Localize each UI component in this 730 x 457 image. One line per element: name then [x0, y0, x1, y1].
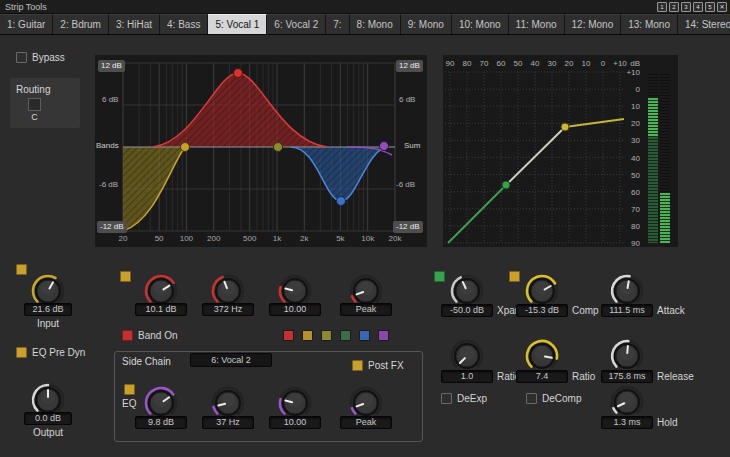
sc-gain-value[interactable]: 9.8 dB	[135, 416, 187, 429]
comp-input-tick: 70	[480, 59, 489, 68]
eq-minus6-label-left: -6 dB	[99, 180, 118, 189]
comp-value[interactable]: -15.3 dB	[516, 304, 568, 317]
eq-q-value[interactable]: 10.00	[269, 303, 321, 316]
tab-5[interactable]: 5: Vocal 1	[208, 14, 267, 34]
eq-freq-tick-5k: 5k	[336, 234, 345, 243]
comp-input-tick: 20	[565, 59, 574, 68]
eq-plus6-label-right: 6 dB	[399, 95, 415, 104]
eq-freq-tick-50: 50	[155, 234, 164, 243]
tab-7[interactable]: 7:	[326, 14, 349, 34]
eq-graph[interactable]: 20501002005001k2k5k10k20k	[95, 55, 427, 247]
post-fx-checkbox[interactable]	[352, 360, 363, 371]
compressor-enable-checkbox[interactable]	[509, 271, 520, 282]
tab-2[interactable]: 2: Bdrum	[53, 14, 109, 34]
eq-freq-value[interactable]: 372 Hz	[202, 303, 254, 316]
xpand-ratio-knob[interactable]	[449, 338, 485, 374]
tab-10[interactable]: 10: Mono	[452, 14, 509, 34]
band-color-swatch-4[interactable]	[340, 330, 351, 341]
hold-value[interactable]: 1.3 ms	[601, 416, 653, 429]
band6-control-point[interactable]	[380, 142, 389, 151]
tab-6[interactable]: 6: Vocal 2	[267, 14, 326, 34]
window-buttons: 12345✕	[657, 2, 727, 12]
tab-14[interactable]: 14: Stereo	[678, 14, 730, 34]
eq-plus6-label-left: 6 dB	[102, 95, 118, 104]
band-on-checkbox[interactable]	[122, 330, 133, 341]
tab-9[interactable]: 9: Mono	[401, 14, 452, 34]
tab-8[interactable]: 8: Mono	[350, 14, 401, 34]
hold-knob[interactable]	[609, 384, 645, 420]
comp-output-tick: 30	[631, 136, 640, 145]
band-color-swatch-5[interactable]	[359, 330, 370, 341]
strip-tools-window: Strip Tools 12345✕ 1: Guitar2: Bdrum3: H…	[0, 0, 730, 457]
tab-1[interactable]: 1: Guitar	[0, 14, 53, 34]
eq-enable-checkbox[interactable]	[120, 271, 131, 282]
bypass-checkbox[interactable]	[16, 52, 27, 63]
eq-gain-value[interactable]: 10.1 dB	[135, 303, 187, 316]
comp-output-tick: +10	[626, 68, 640, 77]
comp-ratio-knob[interactable]	[524, 338, 560, 374]
compressor-threshold-point[interactable]	[561, 123, 569, 131]
comp-output-tick: 50	[631, 171, 640, 180]
tab-4[interactable]: 4: Bass	[160, 14, 208, 34]
band-selector-swatches	[283, 330, 389, 341]
titlebar: Strip Tools 12345✕	[0, 0, 730, 14]
comp-ratio-value[interactable]: 7.4	[516, 370, 568, 383]
band1-control-point[interactable]	[234, 69, 243, 78]
eq-type-value[interactable]: Peak	[340, 303, 392, 316]
output-value[interactable]: 0.0 dB	[24, 412, 72, 425]
side-chain-title: Side Chain	[122, 356, 171, 367]
meter-bright-segment	[660, 193, 670, 243]
band-color-swatch-3[interactable]	[321, 330, 332, 341]
eq-pre-dyn-checkbox[interactable]	[16, 347, 27, 358]
eq-bands-label: Bands	[96, 141, 119, 150]
release-knob[interactable]	[609, 338, 645, 374]
routing-button[interactable]	[28, 98, 41, 111]
band2-control-point[interactable]	[181, 143, 190, 152]
meter-bright-segment	[648, 98, 658, 137]
side-chain-source-select[interactable]: 6: Vocal 2	[190, 353, 272, 367]
routing-label: Routing	[16, 84, 50, 95]
band-color-swatch-1[interactable]	[283, 330, 294, 341]
comp-ratio-label: Ratio	[572, 371, 595, 382]
xpand-ratio-value[interactable]: 1.0	[441, 370, 493, 383]
sc-type-value[interactable]: Peak	[340, 416, 392, 429]
comp-label: Comp	[572, 305, 599, 316]
decomp-checkbox[interactable]	[526, 393, 537, 404]
tab-3[interactable]: 3: HiHat	[109, 14, 160, 34]
comp-output-tick: 60	[631, 188, 640, 197]
sc-freq-value[interactable]: 37 Hz	[202, 416, 254, 429]
tab-12[interactable]: 12: Mono	[565, 14, 622, 34]
eq-plus12-badge-left: 12 dB	[98, 60, 125, 72]
window-button-4[interactable]: 4	[693, 2, 703, 12]
side-chain-eq-checkbox[interactable]	[124, 384, 135, 395]
band-color-swatch-2[interactable]	[302, 330, 313, 341]
tab-13[interactable]: 13: Mono	[621, 14, 678, 34]
sc-q-value[interactable]: 10.00	[269, 416, 321, 429]
window-button-✕[interactable]: ✕	[717, 2, 727, 12]
expander-threshold-point[interactable]	[502, 181, 510, 189]
expander-enable-checkbox[interactable]	[434, 271, 445, 282]
window-button-1[interactable]: 1	[657, 2, 667, 12]
post-fx-label: Post FX	[368, 360, 404, 371]
comp-output-tick: 0	[636, 85, 641, 94]
release-value[interactable]: 175.8 ms	[601, 370, 653, 383]
band3-control-point[interactable]	[274, 143, 283, 152]
eq-freq-tick-500: 500	[243, 234, 257, 243]
band5-control-point[interactable]	[337, 197, 346, 206]
window-button-2[interactable]: 2	[669, 2, 679, 12]
window-button-3[interactable]: 3	[681, 2, 691, 12]
xpand-value[interactable]: -50.0 dB	[441, 304, 493, 317]
routing-channel-label: C	[28, 112, 41, 122]
eq-pre-dyn-label: EQ Pre Dyn	[32, 347, 85, 358]
expander-segment	[448, 185, 506, 243]
tab-11[interactable]: 11: Mono	[509, 14, 565, 34]
attack-value[interactable]: 111.5 ms	[601, 304, 653, 317]
input-value[interactable]: 21.6 dB	[24, 303, 72, 316]
comp-db-unit: dB	[630, 59, 640, 68]
level-meter-left	[648, 72, 658, 243]
input-enable-checkbox[interactable]	[16, 264, 27, 275]
deexp-checkbox[interactable]	[441, 393, 452, 404]
band-color-swatch-6[interactable]	[378, 330, 389, 341]
window-button-5[interactable]: 5	[705, 2, 715, 12]
compressor-graph[interactable]: 90+108007010602050304040305020601070080+…	[443, 55, 678, 247]
